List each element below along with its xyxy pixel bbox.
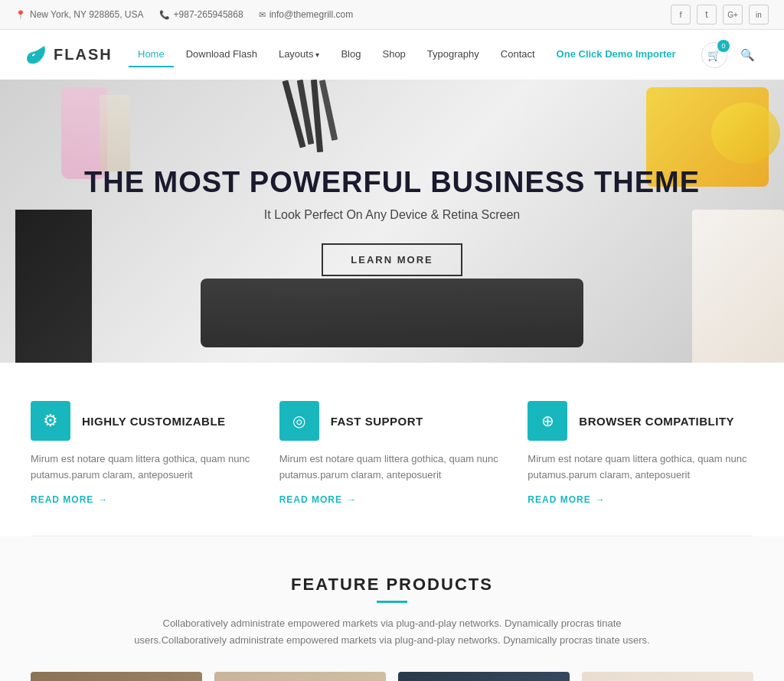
nav-item-contact[interactable]: Contact xyxy=(492,42,544,67)
location-icon xyxy=(15,10,26,20)
feature-title-1: HIGHLY CUSTOMIZABLE xyxy=(82,415,226,428)
feature-desc-2: Mirum est notare quam littera gothica, q… xyxy=(279,451,505,484)
top-bar: New York, NY 928865, USA +987-265945868 … xyxy=(0,0,784,30)
googleplus-icon[interactable]: G+ xyxy=(723,5,743,24)
feature-card-browser: ⊕ BROWSER COMPATIBLITY Mirum est notare … xyxy=(528,401,753,505)
linkedin-icon[interactable]: in xyxy=(749,5,769,24)
feature-title-3: BROWSER COMPATIBLITY xyxy=(579,415,734,428)
feature-card-support: ◎ FAST SUPPORT Mirum est notare quam lit… xyxy=(279,401,528,505)
products-heading: FEATURE PRODUCTS xyxy=(31,575,753,603)
phone-icon xyxy=(159,10,170,20)
facebook-icon[interactable]: f xyxy=(671,5,691,24)
feature-desc-1: Mirum est notare quam littera gothica, q… xyxy=(31,451,256,484)
hero-content: THE MOST POWERFUL BUSINESS THEME It Look… xyxy=(84,166,700,277)
feature-icon-support: ◎ xyxy=(279,401,319,441)
hero-section: THE MOST POWERFUL BUSINESS THEME It Look… xyxy=(0,80,784,363)
feature-icon-browser: ⊕ xyxy=(528,401,567,441)
nav-item-blog[interactable]: Blog xyxy=(332,42,370,67)
products-section: FEATURE PRODUCTS Collaboratively adminis… xyxy=(0,536,784,681)
nav-item-typography[interactable]: Typography xyxy=(418,42,488,67)
logo[interactable]: FLASH xyxy=(23,43,113,67)
arrow-right-icon-1 xyxy=(98,494,108,505)
email-icon xyxy=(259,10,266,20)
feature-header-1: ⚙ HIGHLY CUSTOMIZABLE xyxy=(31,401,256,441)
nav-item-layouts[interactable]: Layouts xyxy=(270,42,329,67)
product-card-2[interactable] xyxy=(214,672,386,681)
products-description: Collaboratively administrate empowered m… xyxy=(124,615,660,649)
product-card-3[interactable] xyxy=(398,672,570,681)
nav-item-home[interactable]: Home xyxy=(129,42,174,67)
headset-icon: ◎ xyxy=(292,412,305,430)
read-more-1[interactable]: READ MORE xyxy=(31,494,256,505)
feature-header-3: ⊕ BROWSER COMPATIBLITY xyxy=(528,401,753,441)
phone: +987-265945868 xyxy=(159,9,243,20)
feature-card-customizable: ⚙ HIGHLY CUSTOMIZABLE Mirum est notare q… xyxy=(31,401,279,505)
logo-text: FLASH xyxy=(54,46,113,64)
arrow-right-icon-3 xyxy=(596,494,606,505)
product-card-4[interactable] xyxy=(582,672,753,681)
feature-title-2: FAST SUPPORT xyxy=(331,415,423,428)
header-actions: 🛒 0 🔍 xyxy=(701,42,761,68)
read-more-2[interactable]: READ MORE xyxy=(279,494,505,505)
hero-subtitle: It Look Perfect On Any Device & Retina S… xyxy=(84,208,700,222)
twitter-icon[interactable]: t xyxy=(697,5,717,24)
products-accent-bar xyxy=(377,601,407,603)
logo-bird-icon xyxy=(23,43,47,67)
feature-header-2: ◎ FAST SUPPORT xyxy=(279,401,505,441)
hero-title: THE MOST POWERFUL BUSINESS THEME xyxy=(84,166,700,200)
feature-icon-customizable: ⚙ xyxy=(31,401,70,441)
top-bar-social: f t G+ in xyxy=(671,5,769,24)
read-more-3[interactable]: READ MORE xyxy=(528,494,753,505)
product-card-1[interactable] xyxy=(31,672,202,681)
arrow-right-icon-2 xyxy=(347,494,357,505)
browser-icon: ⊕ xyxy=(541,412,554,430)
products-grid xyxy=(31,672,753,681)
main-nav: Home Download Flash Layouts Blog Shop Ty… xyxy=(129,42,685,67)
location: New York, NY 928865, USA xyxy=(15,9,144,20)
search-button[interactable]: 🔍 xyxy=(735,42,761,68)
header: FLASH Home Download Flash Layouts Blog S… xyxy=(0,30,784,80)
layouts-dropdown-icon xyxy=(315,48,319,60)
nav-item-shop[interactable]: Shop xyxy=(373,42,414,67)
gear-icon: ⚙ xyxy=(43,411,58,431)
search-icon: 🔍 xyxy=(740,48,755,62)
cart-badge: 0 xyxy=(717,40,730,52)
products-title: FEATURE PRODUCTS xyxy=(31,575,753,595)
email: info@themegrill.com xyxy=(259,9,354,20)
features-section: ⚙ HIGHLY CUSTOMIZABLE Mirum est notare q… xyxy=(0,363,784,536)
feature-desc-3: Mirum est notare quam littera gothica, q… xyxy=(528,451,753,484)
nav-item-demo-importer[interactable]: One Click Demo Importer xyxy=(547,42,685,67)
cart-button[interactable]: 🛒 0 xyxy=(701,42,727,68)
hero-learn-more-button[interactable]: LEARN MORE xyxy=(322,243,462,276)
top-bar-left: New York, NY 928865, USA +987-265945868 … xyxy=(15,9,353,20)
nav-item-download[interactable]: Download Flash xyxy=(177,42,266,67)
